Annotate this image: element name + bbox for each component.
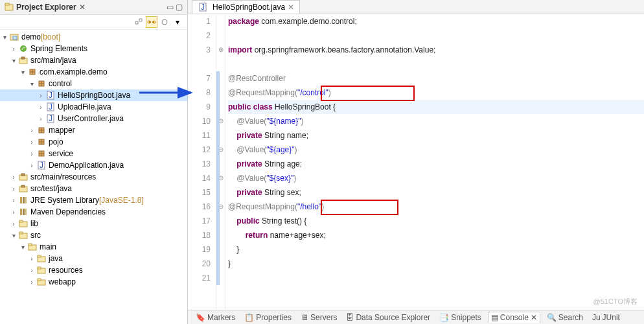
expand-icon[interactable]: › <box>9 197 18 204</box>
focus-task-icon[interactable] <box>159 16 170 28</box>
javafile-icon: J <box>45 102 56 112</box>
expand-icon[interactable]: › <box>36 92 45 99</box>
tree-item[interactable]: ›Spring Elements <box>0 43 187 54</box>
tab-label: Servers <box>310 313 337 322</box>
svg-rect-38 <box>23 197 25 203</box>
minimize-icon[interactable]: ▭ <box>165 3 174 12</box>
svg-rect-46 <box>19 232 23 234</box>
tree-item[interactable]: ›service <box>0 148 187 159</box>
tree-item[interactable]: ›JHelloSpringBoot.java <box>0 89 187 101</box>
svg-rect-40 <box>20 209 22 215</box>
tree-label: main <box>40 242 56 251</box>
tab-close-icon[interactable]: ✕ <box>288 3 294 12</box>
expand-icon[interactable]: ▾ <box>18 69 27 76</box>
expand-icon[interactable]: › <box>27 150 36 157</box>
expand-icon[interactable]: ▾ <box>27 80 36 87</box>
line-number-gutter: 123789101112131415161718192021 <box>188 14 216 310</box>
tree-item[interactable]: ▾src/main/java <box>0 54 187 66</box>
link-with-editor-icon[interactable] <box>146 16 157 28</box>
tab-label: Properties <box>256 313 292 322</box>
expand-icon[interactable]: › <box>27 255 36 262</box>
expand-icon[interactable]: ▾ <box>0 34 9 41</box>
expand-icon[interactable]: › <box>27 279 36 286</box>
tree-item[interactable]: ▾demo [boot] <box>0 31 187 43</box>
tree-label: com.example.demo <box>40 67 108 76</box>
tree-item[interactable]: ›mapper <box>0 124 187 136</box>
expand-icon[interactable]: ▾ <box>9 57 18 64</box>
navigator-icon <box>4 2 14 12</box>
expand-icon[interactable]: › <box>27 162 36 169</box>
svg-point-7 <box>20 45 27 52</box>
tree-item[interactable]: ▾main <box>0 241 187 253</box>
bottom-tab-properties[interactable]: 📋Properties <box>242 312 294 323</box>
package-icon <box>36 137 47 147</box>
code-editor[interactable]: 123789101112131415161718192021 ⊕⊖⊖⊖⊖ pac… <box>188 14 644 310</box>
folder-icon <box>36 277 47 287</box>
bottom-tab-markers[interactable]: 🔖Markers <box>193 312 238 323</box>
expand-icon[interactable]: › <box>27 139 36 146</box>
svg-rect-41 <box>23 209 25 215</box>
expand-icon[interactable]: › <box>9 45 18 52</box>
tree-item[interactable]: ▾com.example.demo <box>0 66 187 78</box>
view-menu-icon[interactable]: ▾ <box>172 16 183 28</box>
bottom-tab-snippets[interactable]: 📑Snippets <box>437 312 484 323</box>
tab-label: JUnit <box>603 313 620 322</box>
svg-rect-6 <box>13 36 17 40</box>
code-content[interactable]: package com.example.demo.control;import … <box>225 14 644 310</box>
bottom-tab-data-source-explorer[interactable]: 🗄Data Source Explorer <box>343 312 433 323</box>
java-file-icon: J <box>198 2 208 12</box>
tree-label: src/main/java <box>30 56 76 65</box>
expand-icon[interactable]: › <box>36 115 45 122</box>
collapse-all-icon[interactable] <box>133 16 144 28</box>
tree-item[interactable]: ›Maven Dependencies <box>0 206 187 218</box>
expand-icon[interactable]: › <box>9 209 18 216</box>
watermark: @51CTO博客 <box>593 294 638 308</box>
tab-label: Console <box>500 313 529 322</box>
tree-item[interactable]: ›JUploadFile.java <box>0 101 187 113</box>
tree-item[interactable]: ›JUserController.java <box>0 113 187 124</box>
project-tree[interactable]: ▾demo [boot]›Spring Elements▾src/main/ja… <box>0 30 187 289</box>
expand-icon[interactable]: › <box>9 174 18 181</box>
tree-item[interactable]: ▾src <box>0 229 187 241</box>
bottom-tab-servers[interactable]: 🖥Servers <box>298 312 339 323</box>
view-close-icon[interactable]: ✕ <box>79 3 86 12</box>
tab-icon: 📑 <box>439 313 449 322</box>
expand-icon[interactable]: › <box>27 127 36 134</box>
tree-item[interactable]: ▾control <box>0 78 187 89</box>
project-icon <box>9 32 19 42</box>
bottom-tab-bar: 🔖Markers📋Properties🖥Servers🗄Data Source … <box>188 310 644 324</box>
svg-point-4 <box>162 19 167 25</box>
bottom-tab-search[interactable]: 🔍Search <box>544 312 586 323</box>
tree-item[interactable]: ›resources <box>0 264 187 276</box>
tree-item[interactable]: ›java <box>0 253 187 264</box>
srcfolder-icon <box>18 55 29 65</box>
tree-item[interactable]: ›pojo <box>0 136 187 148</box>
expand-icon[interactable]: › <box>27 267 36 274</box>
tab-label: Search <box>558 313 583 322</box>
svg-text:J: J <box>40 161 43 170</box>
tree-item[interactable]: ›src/test/java <box>0 183 187 194</box>
tree-label: mapper <box>49 126 75 135</box>
tree-item[interactable]: ›lib <box>0 218 187 229</box>
fold-bar[interactable]: ⊕⊖⊖⊖⊖ <box>216 14 225 310</box>
tree-item[interactable]: ›JDemoApplication.java <box>0 159 187 171</box>
expand-icon[interactable]: › <box>9 185 18 192</box>
tab-label: HelloSpringBoot.java <box>213 3 285 12</box>
expand-icon[interactable]: › <box>9 220 18 227</box>
svg-rect-1 <box>5 3 9 5</box>
bottom-tab-junit[interactable]: JuJUnit <box>590 312 623 323</box>
tree-item[interactable]: ›src/main/resources <box>0 171 187 183</box>
close-icon[interactable]: ✕ <box>531 313 537 322</box>
expand-icon[interactable]: › <box>36 104 45 111</box>
expand-icon[interactable]: ▾ <box>18 244 27 251</box>
tab-hellospringboot[interactable]: J HelloSpringBoot.java ✕ <box>192 0 300 14</box>
tree-item[interactable]: ›webapp <box>0 276 187 288</box>
folder-icon <box>27 242 38 252</box>
srcfolder-icon <box>18 172 29 182</box>
bottom-tab-console[interactable]: ▤Console ✕ <box>488 312 540 323</box>
maximize-icon[interactable]: ▢ <box>174 3 183 12</box>
expand-icon[interactable]: ▾ <box>9 232 18 239</box>
tree-item[interactable]: ›JRE System Library [JavaSE-1.8] <box>0 194 187 206</box>
tree-label: DemoApplication.java <box>49 161 124 170</box>
svg-rect-44 <box>19 220 23 222</box>
